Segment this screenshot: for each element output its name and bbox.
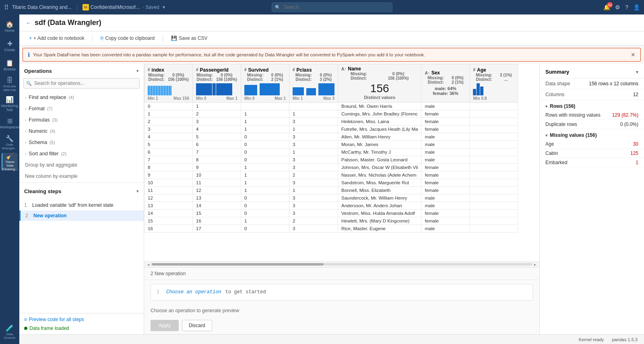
col-chart-passengerid [196, 82, 237, 96]
sidebar-item-data-wrangler[interactable]: 🔧 Data Wrangler... [2, 134, 18, 151]
scroll-track[interactable] [151, 263, 533, 266]
op-item-new-column[interactable]: New column by example [21, 171, 142, 181]
new-operation-panel: 2 New operation 1 Choose an operation to… [144, 267, 539, 334]
operations-section-header[interactable]: Operations ▾ [19, 64, 144, 76]
topbar-saved-chevron[interactable]: ▾ [163, 4, 165, 10]
horizontal-scrollbar[interactable]: ◂ ▸ [144, 262, 539, 267]
notification-badge: 42 [607, 2, 613, 8]
status-bar: Kernel ready pandas 1.5.3 [19, 334, 644, 344]
data-grid-area[interactable]: # index Missing:0 (0%) Distinct:156 (100… [144, 64, 539, 262]
info-bar-message: Your Spark DataFrame has been converted … [33, 52, 425, 57]
scroll-right-arrow[interactable]: ▸ [533, 262, 538, 267]
col-chart-index [148, 82, 189, 96]
toolbar: + + Add code to notebook ⎘ Copy code to … [19, 31, 644, 45]
panel-divider [19, 182, 144, 183]
add-code-button[interactable]: + + Add code to notebook [26, 34, 87, 43]
summary-rows-header[interactable]: ▾ Rows (156) [540, 100, 644, 111]
op-item-numeric[interactable]: › Numeric (4) [21, 126, 142, 137]
table-row: 7803Palsson, Master. Gosta Leonardmale [144, 156, 518, 164]
table-row: 4503Allen, Mr. William Henrymale [144, 133, 518, 141]
summary-missing-header[interactable]: ▾ Missing values (156) [540, 129, 644, 140]
op-item-format[interactable]: › Format (7) [21, 103, 142, 114]
summary-title: Summary [545, 69, 569, 75]
ops-search-input[interactable] [23, 78, 140, 89]
create-icon: ✚ [7, 40, 12, 47]
scroll-thumb[interactable] [152, 263, 324, 266]
cleaning-step-1[interactable]: 1 Loaded variable 'sdf' from kernel stat… [19, 200, 144, 210]
add-icon: + [29, 35, 32, 41]
summary-chevron[interactable]: ▾ [636, 69, 638, 75]
summary-age-missing: Age 30 [540, 140, 644, 149]
op-item-schema[interactable]: › Schema (5) [21, 137, 142, 148]
body-panels: Operations ▾ 🔍 › Find and replace (4) › [19, 64, 644, 334]
new-op-actions: Apply Discard [144, 317, 539, 334]
discard-button[interactable]: Discard [182, 320, 212, 331]
summary-rows-missing: Rows with missing values 129 (82.7%) [540, 111, 644, 120]
data-table: # index Missing:0 (0%) Distinct:156 (100… [144, 64, 518, 233]
workspaces-icon: ⊞ [7, 117, 12, 125]
info-bar-close-button[interactable]: ✕ [631, 51, 636, 58]
topbar-file: M Confidential\Microsof... [83, 4, 140, 10]
file-icon: M [83, 4, 89, 10]
summary-columns: Columns 12 [540, 89, 644, 100]
col-header-pclass: # Pclass Missing:0 (0%) Distinct:3 (2%) [289, 64, 338, 103]
table-row: 151612Hewlett, Mrs. (Mary D Kingcome)fem… [144, 217, 518, 225]
summary-missing-title: Missing values (156) [550, 132, 597, 138]
topbar: ⠿ Titanic Data Cleaning and... | M Confi… [0, 0, 644, 14]
preview-label: Preview code for all steps [29, 317, 84, 322]
new-op-title: 2 New operation [151, 271, 186, 276]
operations-title: Operations [24, 68, 52, 74]
table-row: 101113Sandstrom, Miss. Marguerite Rutfem… [144, 179, 518, 187]
settings-button[interactable]: ⚙ [615, 4, 620, 10]
table-row: 91012Nasser, Mrs. Nicholas (Adele Achemf… [144, 171, 518, 179]
col-chart-survived [244, 82, 286, 96]
preview-icon: ≡ [24, 317, 27, 322]
apps-icon[interactable]: ⠿ [4, 4, 9, 11]
op-chevron: › [25, 129, 26, 134]
sidebar-item-home[interactable]: 🏠 Home [2, 18, 18, 35]
data-wrangler-icon: 🔧 [6, 135, 14, 142]
cleaning-step-2[interactable]: 2 New operation [19, 210, 144, 221]
summary-duplicate-rows: Duplicate rows 0 (0.0%) [540, 120, 644, 129]
account-button[interactable]: 👤 [633, 4, 640, 10]
preview-code-link[interactable]: ≡ Preview code for all steps [24, 317, 139, 322]
notifications-button[interactable]: 🔔 42 [603, 4, 610, 10]
op-item-find-replace[interactable]: › Find and replace (4) [21, 92, 142, 103]
save-csv-button[interactable]: 💾 Save as CSV [168, 34, 211, 43]
sidebar-item-workspaces[interactable]: ⊞ Workspaces [2, 114, 18, 132]
search-input[interactable] [272, 2, 392, 12]
sidebar-item-onelake[interactable]: 🗄 OneLake data hub [2, 76, 18, 93]
toolbar-separator-2 [163, 34, 163, 42]
sidebar-item-create[interactable]: ✚ Create [2, 37, 18, 55]
sidebar-item-monitoring[interactable]: 📊 Monitoring hub [2, 95, 18, 113]
sidebar-item-browse[interactable]: 📋 Browse [2, 56, 18, 74]
status-dot [24, 327, 27, 330]
summary-header: Summary ▾ [540, 64, 644, 78]
apply-button[interactable]: Apply [151, 320, 179, 331]
cleaning-steps-title: Cleaning steps [24, 188, 61, 194]
cleaning-steps-header[interactable]: Cleaning steps ▾ [19, 184, 144, 197]
sidebar-item-titanic[interactable]: 🧹 Titanic Data Cleaning... [2, 153, 18, 171]
ops-list: › Find and replace (4) › Format (7) › Fo… [19, 92, 144, 181]
op-chevron: › [25, 140, 26, 145]
scroll-left-arrow[interactable]: ◂ [146, 262, 151, 267]
back-button[interactable]: ← [26, 20, 31, 26]
titanic-icon: 🧹 [6, 152, 14, 160]
left-panel-footer: ≡ Preview code for all steps Data frame … [19, 313, 144, 334]
topbar-title: Titanic Data Cleaning and... [12, 4, 72, 10]
op-item-group-aggregate[interactable]: Group by and aggregate [21, 159, 142, 171]
monitoring-icon: 📊 [6, 96, 14, 103]
choose-operation-link[interactable]: Choose an operation [166, 288, 221, 296]
help-button[interactable]: ? [625, 4, 628, 10]
sidebar-item-data-science[interactable]: 🧪 Data Science [2, 323, 18, 341]
cleaning-steps-list: 1 Loaded variable 'sdf' from kernel stat… [19, 197, 144, 224]
home-icon: 🏠 [6, 21, 14, 28]
new-op-code-area: 1 Choose an operation to get started [151, 284, 533, 301]
onelake-icon: 🗄 [6, 77, 13, 84]
copy-code-button[interactable]: ⎘ Copy code to clipboard [97, 34, 158, 43]
op-item-formulas[interactable]: › Formulas (3) [21, 114, 142, 126]
op-item-sort-filter[interactable]: › Sort and filter (2) [21, 148, 142, 159]
summary-data-shape: Data shape 156 rows x 12 columns [540, 78, 644, 89]
page-title: sdf (Data Wrangler) [35, 19, 101, 27]
browse-icon: 📋 [6, 59, 14, 67]
